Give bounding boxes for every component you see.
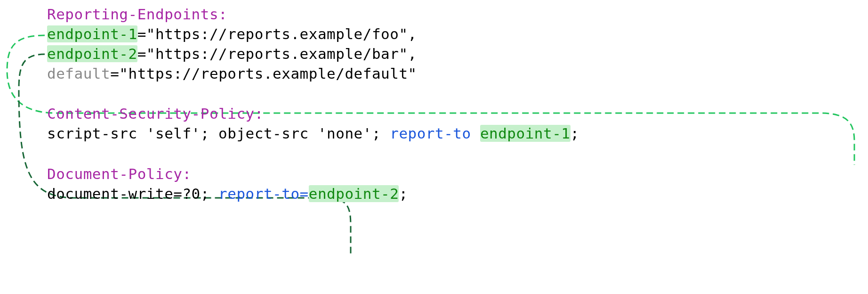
csp-report-to: report-to bbox=[390, 125, 471, 142]
endpoint-2-key: endpoint-2 bbox=[47, 45, 137, 62]
csp-prefix: script-src 'self'; object-src 'none'; bbox=[47, 125, 390, 142]
reporting-endpoints-block: Reporting-Endpoints: endpoint-1="https:/… bbox=[47, 5, 579, 83]
reporting-endpoints-header: Reporting-Endpoints: bbox=[47, 6, 227, 23]
endpoint-line-default: default="https://reports.example/default… bbox=[47, 64, 579, 84]
code-container: Reporting-Endpoints: endpoint-1="https:/… bbox=[47, 5, 579, 204]
dp-line: document-write=?0; report-to=endpoint-2; bbox=[47, 184, 579, 204]
dp-report-to: report-to= bbox=[218, 185, 309, 202]
endpoint-1-eq: = bbox=[137, 25, 146, 42]
endpoint-1-sep: , bbox=[408, 25, 417, 42]
dp-prefix: document-write=?0; bbox=[47, 185, 218, 202]
csp-endpoint-ref: endpoint-1 bbox=[480, 125, 571, 142]
endpoint-2-eq: = bbox=[137, 45, 146, 62]
csp-block: Content-Security-Policy: script-src 'sel… bbox=[47, 104, 579, 144]
csp-suffix: ; bbox=[571, 125, 579, 142]
dp-suffix: ; bbox=[399, 185, 408, 202]
endpoint-1-value: "https://reports.example/foo" bbox=[146, 25, 408, 42]
endpoint-2-sep: , bbox=[408, 45, 417, 62]
default-key: default bbox=[47, 65, 110, 82]
endpoint-2-value: "https://reports.example/bar" bbox=[146, 45, 408, 62]
default-value: "https://reports.example/default" bbox=[119, 65, 417, 82]
endpoint-1-key: endpoint-1 bbox=[47, 25, 137, 42]
dp-endpoint-ref: endpoint-2 bbox=[309, 185, 399, 202]
document-policy-block: Document-Policy: document-write=?0; repo… bbox=[47, 164, 579, 204]
csp-line: script-src 'self'; object-src 'none'; re… bbox=[47, 124, 579, 144]
csp-header: Content-Security-Policy: bbox=[47, 105, 264, 122]
endpoint-line-1: endpoint-1="https://reports.example/foo"… bbox=[47, 24, 579, 44]
endpoint-line-2: endpoint-2="https://reports.example/bar"… bbox=[47, 44, 579, 64]
default-eq: = bbox=[110, 65, 119, 82]
csp-sep bbox=[471, 125, 480, 142]
dp-header: Document-Policy: bbox=[47, 165, 192, 182]
